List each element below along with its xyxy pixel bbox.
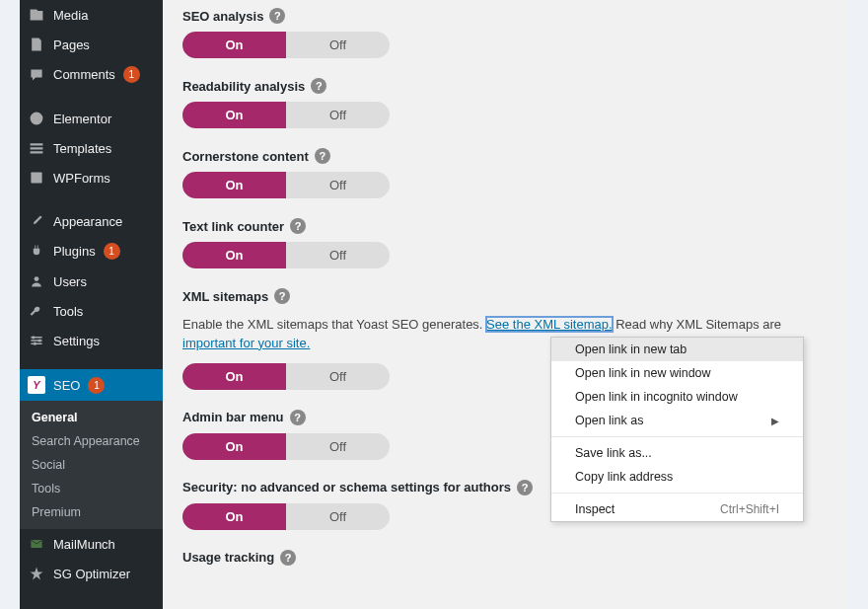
seo-submenu: General Search Appearance Social Tools P… [20, 401, 163, 529]
important-link[interactable]: important for your site. [182, 336, 310, 350]
setting-usage-tracking: Usage tracking? [182, 550, 829, 573]
sidebar-label: Tools [53, 304, 83, 319]
toggle-adminbar[interactable]: OnOff [182, 433, 390, 460]
wrench-icon [28, 303, 45, 319]
mailmunch-icon [28, 536, 45, 552]
label: Usage tracking [182, 550, 274, 565]
sidebar-item-plugins[interactable]: Plugins1 [20, 236, 163, 266]
comments-icon [28, 67, 45, 83]
plugin-icon [28, 244, 45, 260]
help-icon[interactable]: ? [280, 550, 296, 566]
toggle-on[interactable]: On [182, 32, 286, 58]
toggle-on[interactable]: On [182, 102, 286, 128]
ctx-open-new-tab[interactable]: Open link in new tab [551, 338, 803, 361]
toggle-off[interactable]: Off [286, 32, 390, 58]
see-sitemap-link[interactable]: See the XML sitemap. [486, 317, 612, 332]
toggle-on[interactable]: On [182, 503, 286, 530]
shortcut: Ctrl+Shift+I [720, 502, 779, 516]
label: Admin bar menu [182, 410, 284, 424]
sliders-icon [28, 333, 45, 348]
toggle-xml-sitemaps[interactable]: OnOff [182, 363, 390, 390]
toggle-on[interactable]: On [182, 172, 286, 198]
ctx-open-incognito[interactable]: Open link in incognito window [551, 385, 803, 409]
toggle-security[interactable]: OnOff [182, 503, 390, 530]
svg-point-2 [35, 276, 39, 281]
toggle-off[interactable]: Off [286, 503, 390, 530]
svg-rect-1 [31, 172, 41, 183]
sidebar-item-templates[interactable]: Templates [20, 133, 163, 163]
sidebar-item-tools[interactable]: Tools [20, 296, 163, 326]
context-menu: Open link in new tab Open link in new wi… [550, 337, 804, 522]
toggle-off[interactable]: Off [286, 363, 390, 390]
submenu-tools[interactable]: Tools [20, 477, 163, 500]
sidebar-label: SG Optimizer [53, 567, 130, 581]
label: SEO analysis [182, 9, 263, 24]
label: Text link counter [182, 219, 284, 234]
svg-point-5 [34, 343, 36, 345]
sidebar-label: Pages [53, 38, 90, 52]
separator [551, 436, 803, 437]
sidebar-item-sg-optimizer[interactable]: SG Optimizer [20, 559, 163, 588]
help-icon[interactable]: ? [290, 218, 306, 234]
sidebar-item-settings[interactable]: Settings [20, 326, 163, 355]
toggle-seo-analysis[interactable]: OnOff [182, 32, 390, 58]
pages-icon [28, 37, 45, 52]
toggle-on[interactable]: On [182, 363, 286, 390]
setting-textlink: Text link counter? OnOff [182, 218, 829, 268]
ctx-open-new-window[interactable]: Open link in new window [551, 361, 803, 385]
chevron-right-icon: ▶ [771, 416, 779, 426]
svg-point-4 [38, 339, 41, 342]
svg-point-0 [31, 113, 43, 125]
submenu-premium[interactable]: Premium [20, 500, 163, 524]
ctx-open-link-as[interactable]: Open link as▶ [551, 409, 803, 432]
submenu-social[interactable]: Social [20, 453, 163, 477]
sidebar-label: Templates [53, 141, 111, 156]
users-icon [28, 273, 45, 289]
help-icon[interactable]: ? [315, 148, 330, 164]
toggle-textlink[interactable]: OnOff [182, 242, 390, 268]
ctx-copy-link[interactable]: Copy link address [551, 465, 803, 489]
label: XML sitemaps [182, 289, 268, 304]
sidebar-item-mailmunch[interactable]: MailMunch [20, 529, 163, 559]
ctx-inspect[interactable]: InspectCtrl+Shift+I [551, 497, 803, 521]
ctx-save-link[interactable]: Save link as... [551, 441, 803, 465]
wpforms-icon [28, 170, 45, 186]
sidebar-label: Comments [53, 67, 115, 82]
sidebar-item-wpforms[interactable]: WPForms [20, 163, 163, 192]
toggle-cornerstone[interactable]: OnOff [182, 172, 390, 198]
sidebar-item-users[interactable]: Users [20, 266, 163, 296]
elementor-icon [28, 111, 45, 126]
sidebar-label: Users [53, 274, 87, 289]
sidebar-item-media[interactable]: Media [20, 0, 163, 30]
toggle-on[interactable]: On [182, 433, 286, 460]
sg-icon [28, 566, 45, 581]
label: Readability analysis [182, 79, 305, 94]
sidebar-item-pages[interactable]: Pages [20, 30, 163, 59]
svg-point-3 [32, 336, 35, 339]
toggle-off[interactable]: Off [286, 172, 390, 198]
toggle-off[interactable]: Off [286, 433, 390, 460]
sidebar-label: Appearance [53, 214, 122, 229]
sidebar-label: Plugins [53, 244, 96, 259]
sidebar-label: MailMunch [53, 537, 115, 552]
submenu-search-appearance[interactable]: Search Appearance [20, 429, 163, 453]
submenu-general[interactable]: General [20, 406, 163, 429]
seo-badge: 1 [88, 377, 105, 394]
sidebar-item-seo[interactable]: YSEO1 [20, 369, 163, 401]
toggle-off[interactable]: Off [286, 102, 390, 128]
sidebar-item-elementor[interactable]: Elementor [20, 104, 163, 133]
help-icon[interactable]: ? [269, 8, 285, 24]
setting-cornerstone: Cornerstone content? OnOff [182, 148, 829, 198]
toggle-off[interactable]: Off [286, 242, 390, 268]
separator [551, 493, 803, 494]
sidebar-item-comments[interactable]: Comments1 [20, 59, 163, 90]
comments-badge: 1 [123, 66, 140, 83]
sidebar-item-appearance[interactable]: Appearance [20, 206, 163, 236]
help-icon[interactable]: ? [311, 78, 326, 94]
help-icon[interactable]: ? [274, 288, 290, 304]
sidebar-label: Elementor [53, 112, 111, 126]
help-icon[interactable]: ? [517, 480, 533, 495]
toggle-on[interactable]: On [182, 242, 286, 268]
toggle-readability[interactable]: OnOff [182, 102, 390, 128]
help-icon[interactable]: ? [290, 410, 306, 425]
